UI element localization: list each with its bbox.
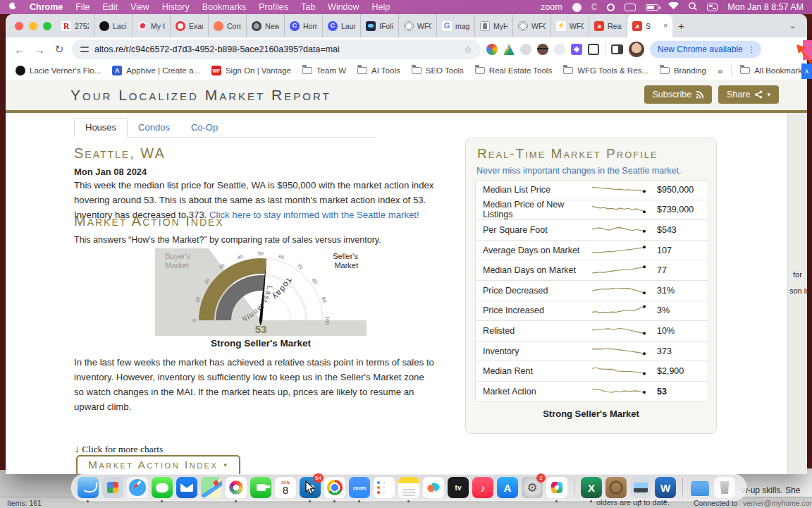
dock-finder[interactable] [78, 477, 99, 498]
menu-item-tab[interactable]: Tab [301, 2, 315, 12]
table-row[interactable]: Median Price of New Listings$739,000 [475, 200, 708, 221]
table-row[interactable]: Market Action53 [475, 382, 708, 402]
display-status-icon[interactable] [625, 4, 636, 11]
extension-pinwheel-icon[interactable] [486, 44, 498, 55]
bookmark-star-icon[interactable]: ☆ [464, 44, 472, 55]
menu-item-window[interactable]: Window [328, 2, 359, 12]
table-row[interactable]: Median Rent$2,900 [475, 361, 708, 382]
profile-avatar[interactable] [629, 42, 644, 57]
browser-tab[interactable]: My C [133, 14, 171, 37]
profile-subscribe-link[interactable]: Never miss important changes in the Seat… [476, 166, 681, 176]
dock-word[interactable]: W [655, 477, 676, 498]
dock-notes[interactable] [398, 477, 419, 498]
browser-tab[interactable]: MyH [475, 14, 513, 37]
table-row[interactable]: Median List Price$950,000 [475, 180, 708, 200]
chrome-update-pill[interactable]: New Chrome available ⋮ [650, 41, 761, 58]
browser-tab[interactable]: WFG [399, 14, 437, 37]
browser-tab[interactable]: Exam [171, 14, 209, 37]
battery-icon[interactable] [646, 4, 658, 11]
browser-tab[interactable]: Cont [209, 14, 247, 37]
dock-freeform[interactable] [423, 477, 444, 498]
reload-button[interactable]: ↻ [52, 43, 66, 56]
scroll-top-button[interactable]: ∧ [801, 64, 812, 79]
bookmark-item[interactable]: AI Tools [357, 66, 400, 75]
tab-overflow-button[interactable]: ⌄ [789, 21, 796, 30]
extension-disabled-icon[interactable] [520, 44, 531, 55]
browser-tab[interactable]: WFG [513, 14, 551, 37]
browser-menu-icon[interactable]: ⋮ [748, 45, 756, 54]
google-drive-icon[interactable] [503, 44, 515, 55]
bookmark-item[interactable]: AApphive | Create a... [112, 66, 200, 75]
apple-icon[interactable] [8, 2, 17, 12]
dock-tv[interactable]: tv [448, 477, 469, 498]
dock-appstore[interactable]: A [497, 477, 518, 498]
dock-chrome[interactable] [324, 477, 345, 498]
table-row[interactable]: Per Square Foot$543 [475, 220, 708, 241]
browser-tab[interactable]: Laci [94, 14, 133, 37]
bookmark-item[interactable]: Branding [660, 66, 706, 75]
menu-item-profiles[interactable]: Profiles [259, 2, 288, 12]
dock-contacts[interactable] [605, 477, 627, 498]
stay-informed-link[interactable]: Click here to stay informed with the Sea… [209, 210, 419, 220]
dock-downloads[interactable] [689, 477, 710, 498]
extension-asterisk-icon[interactable] [571, 44, 582, 55]
bookmark-item[interactable]: WFSign On | Vantage [211, 66, 291, 75]
table-row[interactable]: Average Days on Market107 [475, 241, 708, 261]
dock-safari[interactable] [127, 477, 148, 498]
side-panel-icon[interactable] [611, 44, 623, 54]
table-row[interactable]: Price Decreased31% [475, 281, 708, 301]
tab-houses[interactable]: Houses [74, 118, 128, 138]
dock-settings[interactable]: ⚙2 [522, 477, 543, 498]
dock-maps[interactable] [201, 477, 222, 498]
dock-mail[interactable] [176, 477, 197, 498]
bookmark-item[interactable]: Team W [302, 66, 346, 75]
extensions-puzzle-icon[interactable] [588, 44, 599, 55]
browser-tab[interactable]: CLaun [323, 14, 361, 37]
menu-item-history[interactable]: History [162, 2, 190, 12]
dock-trash[interactable] [714, 477, 735, 498]
all-bookmarks-folder[interactable]: All Bookmarks [740, 66, 806, 75]
dock-reminders[interactable] [374, 477, 395, 498]
browser-tab[interactable]: CHom [285, 14, 323, 37]
bookmark-item[interactable]: SEO Tools [412, 66, 464, 75]
bookmark-item[interactable]: WFG Tools & Res... [563, 66, 648, 75]
dock-zoom[interactable]: zoom [349, 477, 370, 498]
extension-robot-icon[interactable] [554, 44, 565, 55]
menu-item-file[interactable]: File [75, 2, 90, 12]
browser-tab[interactable]: IFoli [361, 14, 399, 37]
dock-photos[interactable] [226, 477, 247, 498]
spotlight-search-icon[interactable] [689, 2, 697, 13]
new-tab-button[interactable]: + [678, 20, 684, 32]
browser-tab[interactable]: Gmag [437, 14, 475, 37]
browser-tab[interactable]: R2752 [56, 14, 94, 37]
zoom-menu-label[interactable]: zoom [541, 2, 562, 12]
extension-detective-icon[interactable] [537, 44, 548, 55]
tab-close-icon[interactable]: × [663, 22, 668, 30]
dock-facetime[interactable] [250, 477, 271, 498]
dock-slack[interactable] [546, 477, 567, 498]
menu-item-edit[interactable]: Edit [102, 2, 118, 12]
cast-status-icon[interactable]: C [591, 2, 598, 12]
shortcut-status-icon[interactable] [607, 4, 615, 11]
back-button[interactable]: ← [13, 44, 27, 56]
zoom-window-button[interactable] [43, 22, 51, 30]
dock-messages[interactable] [152, 477, 173, 498]
table-row[interactable]: Inventory373 [475, 341, 708, 362]
menu-item-view[interactable]: View [130, 2, 149, 12]
table-row[interactable]: Price Increased3% [475, 301, 708, 322]
minimize-window-button[interactable] [29, 22, 37, 30]
forward-button[interactable]: → [32, 44, 47, 56]
dock-preview[interactable] [630, 477, 651, 498]
control-center-icon[interactable] [707, 4, 718, 11]
subscribe-button[interactable]: Subscribe [644, 85, 713, 104]
tab-co-op[interactable]: Co-Op [180, 119, 228, 137]
more-charts-link[interactable]: ↓ Click for more charts [75, 444, 163, 455]
dock-calendar[interactable]: JAN8 [275, 477, 296, 498]
browser-tab[interactable]: New [247, 14, 285, 37]
browser-tab[interactable]: aS× [627, 14, 672, 37]
tab-condos[interactable]: Condos [128, 119, 180, 137]
browser-tab[interactable]: aReal [589, 14, 627, 37]
dock-excel[interactable]: X [581, 477, 602, 498]
menu-app-name[interactable]: Chrome [30, 2, 63, 12]
table-row[interactable]: Median Days on Market77 [475, 260, 708, 281]
